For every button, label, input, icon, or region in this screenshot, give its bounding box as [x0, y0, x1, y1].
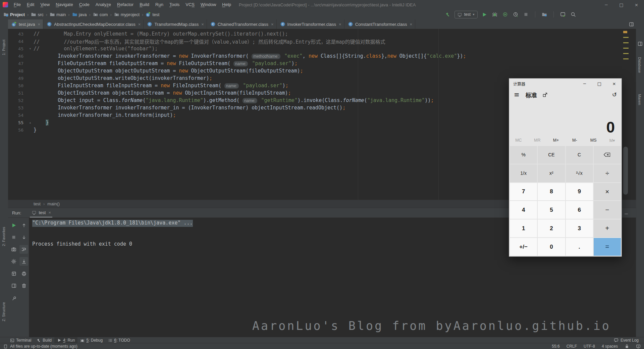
tool-window-button-build[interactable]: Build — [34, 337, 54, 343]
layout-icon[interactable] — [629, 21, 634, 27]
lock-icon[interactable] — [625, 344, 629, 349]
file-encoding[interactable]: UTF-8 — [584, 344, 595, 349]
project-structure-button[interactable] — [541, 11, 548, 18]
minimize-icon[interactable]: ─ — [599, 0, 614, 9]
line-ending[interactable]: CRLF — [567, 344, 577, 349]
key-0[interactable]: 0 — [538, 238, 565, 256]
key-dot[interactable]: − — [594, 201, 621, 219]
key-dot[interactable]: +/− — [510, 238, 537, 256]
menu-build[interactable]: Build — [137, 2, 152, 7]
menu-run[interactable]: Run — [152, 2, 166, 7]
layout-icon[interactable] — [637, 41, 643, 48]
settings-button[interactable] — [9, 257, 18, 266]
maximize-icon[interactable]: □ — [614, 0, 629, 9]
inspection-mark[interactable] — [623, 58, 629, 59]
inspection-mark[interactable] — [623, 53, 629, 54]
sidebar-item-2-favorites[interactable]: 2: Favorites — [2, 227, 6, 246]
key-8[interactable]: 8 — [538, 183, 565, 201]
stop-button[interactable] — [522, 11, 530, 18]
menu-navigate[interactable]: Navigate — [53, 2, 76, 7]
key-backspace[interactable] — [594, 146, 621, 164]
code-line-46[interactable]: 46 InvokerTransformer invokerTransformer… — [8, 52, 636, 60]
calc-close-icon[interactable]: × — [607, 79, 622, 89]
caret-position[interactable]: 55:6 — [552, 344, 559, 349]
event-log-button[interactable]: Event Log — [613, 338, 644, 343]
console-line[interactable] — [32, 234, 36, 241]
sidebar-item-maven[interactable]: Maven — [638, 94, 642, 105]
key-6[interactable]: 6 — [566, 201, 593, 219]
layout-button[interactable] — [9, 281, 18, 290]
menu-file[interactable]: File — [11, 2, 24, 7]
sidebar-item-1-project[interactable]: 1: Project — [2, 40, 6, 55]
build-button[interactable] — [444, 11, 451, 18]
key-5[interactable]: 5 — [538, 201, 565, 219]
tab-chainedtransformer-class[interactable]: CChainedTransformer.class× — [207, 19, 277, 29]
calc-maximize-icon[interactable]: □ — [592, 79, 607, 89]
close-icon[interactable]: × — [201, 22, 204, 27]
hamburger-menu-icon[interactable]: ≡ — [514, 91, 520, 99]
fold-marker[interactable]: ▾ — [27, 47, 34, 50]
down-stack-button[interactable] — [19, 233, 28, 242]
sidebar-item-z-structure[interactable]: Z: Structure — [2, 302, 6, 321]
key-ce[interactable]: CE — [538, 146, 565, 164]
menu-help[interactable]: Help — [219, 2, 234, 7]
run-button[interactable] — [481, 11, 488, 18]
memory-ms[interactable]: MS — [584, 138, 603, 143]
key-x[interactable]: ²√x — [566, 164, 593, 182]
breadcrumb-class[interactable]: test — [34, 201, 41, 206]
tab-transformedmap-class[interactable]: CTransformedMap.class× — [144, 19, 207, 29]
code-line-43[interactable]: 43// Map.Entry onlyElement = (Map.Entry)… — [8, 30, 636, 38]
breadcrumb-com[interactable]: com — [93, 12, 108, 17]
run-console-tab[interactable]: test × — [30, 208, 52, 217]
memory-m[interactable]: M- — [565, 138, 584, 143]
thread-dump-button[interactable] — [9, 245, 18, 254]
tool-window-button-4-run[interactable]: 4: Run — [54, 337, 77, 343]
code-line-48[interactable]: 48 ObjectOutputStream objectOutputStream… — [8, 67, 636, 74]
debug-button[interactable] — [491, 11, 498, 18]
menu-edit[interactable]: Edit — [24, 2, 37, 7]
editor-scrollbar[interactable] — [623, 147, 628, 195]
remote-indicator-icon[interactable] — [636, 344, 641, 349]
inspection-mark[interactable] — [623, 37, 629, 38]
print-button[interactable] — [19, 269, 28, 278]
memory-mr[interactable]: MR — [528, 138, 547, 143]
menu-vcs[interactable]: VCS — [182, 2, 198, 7]
search-button[interactable] — [570, 11, 577, 18]
close-icon[interactable]: × — [629, 0, 644, 9]
fold-marker[interactable]: ▴ — [27, 121, 34, 124]
tool-window-button-terminal[interactable]: Terminal — [7, 337, 34, 343]
up-stack-button[interactable] — [19, 221, 28, 230]
menu-code[interactable]: Code — [76, 2, 93, 7]
key-c[interactable]: C — [566, 146, 593, 164]
inspection-mark[interactable] — [623, 48, 629, 49]
breadcrumb-src[interactable]: src — [31, 12, 43, 17]
key-dot[interactable]: + — [594, 219, 621, 237]
breadcrumb-java[interactable]: java — [72, 12, 87, 17]
key-dot[interactable]: ÷ — [594, 164, 621, 182]
breadcrumb-project[interactable]: Project — [3, 12, 25, 17]
stop-button[interactable] — [9, 233, 18, 242]
tool-window-button-6-todo[interactable]: 6: TODO — [105, 337, 133, 343]
close-icon[interactable]: × — [339, 22, 341, 27]
inspection-mark[interactable] — [623, 42, 629, 43]
code-line-45[interactable]: 45▾// onlyElement.setValue("foobar"); — [8, 45, 636, 52]
close-icon[interactable]: × — [48, 210, 51, 215]
code-line-47[interactable]: 47 FileOutputStream fileOutputStream = n… — [8, 60, 636, 67]
menu-tools[interactable]: Tools — [166, 2, 182, 7]
memory-m[interactable]: M▾ — [603, 138, 622, 143]
tab-test-java[interactable]: Ctest.java× — [8, 19, 43, 29]
inspection-warning-mark[interactable] — [623, 31, 627, 33]
key-3[interactable]: 3 — [566, 219, 593, 237]
run-anything-button[interactable] — [559, 11, 567, 18]
scroll-to-end-button[interactable] — [19, 257, 28, 266]
tab-invokertransformer-class[interactable]: CInvokerTransformer.class× — [277, 19, 344, 29]
tab-abstractinputcheckedmapdecorator-class[interactable]: CAbstractInputCheckedMapDecorator.class× — [43, 19, 144, 29]
breadcrumb-main[interactable]: main — [50, 12, 66, 17]
sidebar-item-database[interactable]: Database — [638, 57, 642, 73]
tool-window-button-5-debug[interactable]: 5: Debug — [77, 337, 105, 343]
indent-setting[interactable]: 4 spaces — [602, 344, 618, 349]
pin-icon-slot[interactable] — [11, 296, 17, 302]
console-line[interactable] — [32, 227, 36, 234]
close-icon[interactable]: × — [271, 22, 274, 27]
key-4[interactable]: 4 — [510, 201, 537, 219]
